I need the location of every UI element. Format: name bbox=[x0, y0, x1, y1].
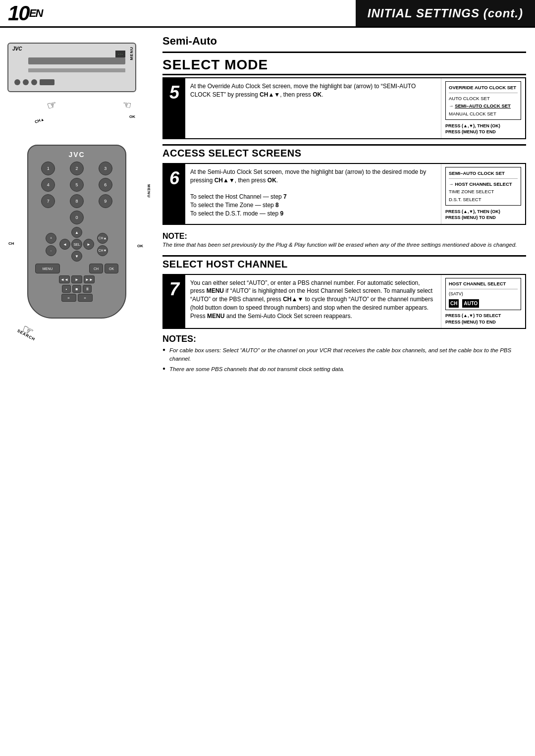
remote-left-btn[interactable]: ◄ bbox=[59, 239, 70, 250]
remote-body: JVC 1 2 3 4 5 6 7 8 9 0 bbox=[27, 145, 126, 319]
vcr-btn-3 bbox=[31, 79, 37, 85]
remote-plus-btn[interactable]: + bbox=[46, 233, 56, 244]
step6-press-line1: PRESS (▲,▼), THEN (OK) bbox=[445, 209, 521, 215]
remote-up-btn[interactable]: ▲ bbox=[71, 227, 82, 238]
step6-number: 6 bbox=[163, 164, 185, 224]
remote-btn-7[interactable]: 7 bbox=[41, 194, 55, 208]
vcr-brand-label: JVC bbox=[12, 46, 22, 52]
select-mode-heading: SELECT MODE bbox=[162, 55, 526, 75]
remote-transport-1: ◄◄ ► ►► bbox=[35, 275, 118, 283]
remote-number-grid: 1 2 3 4 5 6 7 8 9 0 bbox=[35, 162, 118, 224]
section-heading: Semi-Auto bbox=[162, 35, 526, 48]
step7-press-line2: PRESS (MENU) TO END bbox=[445, 319, 521, 325]
remote-btn-5[interactable]: 5 bbox=[70, 178, 84, 192]
remote-btn-2[interactable]: 2 bbox=[70, 162, 84, 175]
notes-title: NOTES: bbox=[162, 334, 526, 344]
hand-1-icon: ☞ bbox=[46, 98, 58, 113]
step6-screen-title: SEMI–AUTO CLOCK SET bbox=[449, 169, 518, 177]
step5-sidebar: OVERRIDE AUTO CLOCK SET AUTO CLOCK SET →… bbox=[441, 78, 525, 138]
step7-content: You can either select “AUTO”, or enter a… bbox=[185, 275, 525, 328]
page-title: INITIAL SETTINGS (cont.) bbox=[356, 0, 535, 26]
step7-number: 7 bbox=[163, 275, 185, 328]
remote-ok-btn[interactable]: OK bbox=[105, 264, 118, 273]
step6-screen-box: SEMI–AUTO CLOCK SET → HOST CHANNEL SELEC… bbox=[445, 167, 521, 206]
left-panel: JVC MENU - : - ☞ ☞ CH▲ OK bbox=[0, 28, 154, 756]
remote-stop-btn[interactable]: ■ bbox=[72, 285, 81, 293]
remote-btn-0[interactable]: 0 bbox=[70, 211, 84, 224]
remote-down-btn[interactable]: ▼ bbox=[71, 251, 82, 262]
remote-btn-3[interactable]: 3 bbox=[99, 162, 112, 175]
step6-sidebar: SEMI–AUTO CLOCK SET → HOST CHANNEL SELEC… bbox=[441, 164, 525, 224]
vcr-menu-label: MENU bbox=[129, 47, 134, 60]
notes-item-2: There are some PBS channels that do not … bbox=[162, 365, 526, 374]
remote-select-btn[interactable]: SEL bbox=[71, 239, 82, 250]
step7-screen-box: HOST CHANNEL SELECT (SATV) CH AUTO bbox=[445, 278, 521, 311]
vcr-buttons bbox=[14, 79, 54, 85]
remote-ch-down-btn[interactable]: CH▼ bbox=[97, 245, 108, 256]
step6-item2: TIME ZONE SELECT bbox=[449, 188, 518, 195]
step6-item3: D.S.T. SELECT bbox=[449, 196, 518, 203]
step5-screen-box: OVERRIDE AUTO CLOCK SET AUTO CLOCK SET →… bbox=[445, 81, 521, 120]
step5-press-line1: PRESS (▲,▼), THEN (OK) bbox=[445, 123, 521, 129]
remote-minus-btn[interactable]: - bbox=[46, 245, 56, 256]
vcr-btn-wide bbox=[40, 79, 54, 85]
main-content: JVC MENU - : - ☞ ☞ CH▲ OK bbox=[0, 28, 535, 756]
step5-number: 5 bbox=[163, 78, 185, 138]
remote-play-btn[interactable]: ► bbox=[71, 275, 82, 283]
step5-press-line2: PRESS (MENU) TO END bbox=[445, 129, 521, 135]
remote-slow-r-btn[interactable]: » bbox=[78, 294, 93, 302]
ok-label: OK bbox=[129, 114, 135, 119]
ch-auto-box: CH AUTO bbox=[449, 299, 479, 308]
step7-sidebar: HOST CHANNEL SELECT (SATV) CH AUTO PRESS… bbox=[441, 275, 525, 328]
remote-btn-6[interactable]: 6 bbox=[99, 178, 112, 192]
notes-list: For cable box users: Select “AUTO” or th… bbox=[162, 346, 526, 373]
vcr-btn-2 bbox=[23, 79, 29, 85]
remote-right-btn[interactable]: ► bbox=[83, 239, 94, 250]
remote-dot-btn[interactable]: • bbox=[62, 285, 71, 293]
remote-ch-ok-group: CH OK bbox=[89, 264, 118, 273]
remote-btn-empty2 bbox=[99, 211, 112, 224]
page-header: 10EN INITIAL SETTINGS (cont.) bbox=[0, 0, 535, 28]
cha-label: CH▲ bbox=[34, 117, 45, 124]
remote-menu-btn[interactable]: MENU bbox=[35, 264, 60, 273]
remote-ff-btn[interactable]: ►► bbox=[84, 275, 95, 283]
remote-slow-l-btn[interactable]: « bbox=[61, 294, 76, 302]
remote-center-cluster: ▲ ◄ SEL ► ▼ bbox=[59, 227, 94, 262]
vcr-bar bbox=[28, 68, 125, 72]
notes-block: NOTES: For cable box users: Select “AUTO… bbox=[162, 334, 526, 373]
remote-ok-ext-label: OK bbox=[137, 244, 143, 248]
remote-pause-btn[interactable]: ⏸ bbox=[83, 285, 92, 293]
space-span bbox=[460, 300, 461, 307]
remote-rew-btn[interactable]: ◄◄ bbox=[59, 275, 70, 283]
vcr-display: - : - bbox=[115, 51, 125, 57]
step5-screen-title: OVERRIDE AUTO CLOCK SET bbox=[449, 84, 518, 91]
remote-btn-1[interactable]: 1 bbox=[41, 162, 55, 175]
remote-right-cluster: CH▲ CH▼ bbox=[97, 233, 108, 256]
step6-item1: → HOST CHANNEL SELECT bbox=[449, 180, 518, 188]
remote-menu-ext-label: MENU bbox=[147, 184, 151, 198]
step7-satv-label: (SATV) bbox=[449, 291, 518, 298]
remote-brand-label: JVC bbox=[35, 151, 118, 159]
step7-press-line1: PRESS (▲,▼) TO SELECT bbox=[445, 313, 521, 319]
vcr-diagram: JVC MENU - : - ☞ ☞ CH▲ OK bbox=[7, 38, 146, 107]
remote-btn-8[interactable]: 8 bbox=[70, 194, 84, 208]
remote-menu-ok-row: MENU CH OK bbox=[35, 264, 118, 273]
step5-item2: → SEMI–AUTO CLOCK SET bbox=[449, 102, 518, 109]
remote-control: JVC 1 2 3 4 5 6 7 8 9 0 bbox=[17, 145, 136, 319]
step7-text: You can either select “AUTO”, or enter a… bbox=[185, 275, 441, 328]
access-select-screens-heading: ACCESS SELECT SCREENS bbox=[162, 148, 526, 159]
page-number: 10EN bbox=[0, 0, 50, 26]
remote-transport-2: • ■ ⏸ bbox=[35, 285, 118, 293]
step5-text: At the Override Auto Clock Set screen, m… bbox=[185, 78, 441, 138]
step6-press-line2: PRESS (MENU) TO END bbox=[445, 215, 521, 221]
remote-btn-9[interactable]: 9 bbox=[99, 194, 112, 208]
step5-item1: AUTO CLOCK SET bbox=[449, 95, 518, 102]
remote-transport-3: « » bbox=[35, 294, 118, 302]
step5-divider bbox=[449, 93, 518, 93]
auto-box: AUTO bbox=[462, 299, 479, 308]
remote-btn-4[interactable]: 4 bbox=[41, 178, 55, 192]
vcr-device: JVC MENU - : - bbox=[7, 43, 136, 92]
remote-left-cluster: + - bbox=[46, 233, 56, 256]
remote-ch-up-btn[interactable]: CH▲ bbox=[97, 233, 108, 244]
note-title: NOTE: bbox=[162, 232, 526, 241]
